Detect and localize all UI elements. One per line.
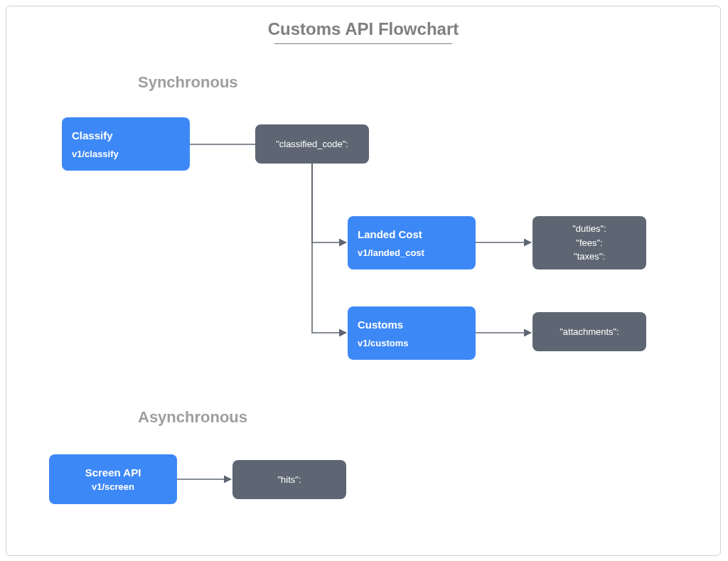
node-customs-output: "attachments": (532, 312, 646, 351)
node-landed-cost-title: Landed Cost (358, 228, 466, 240)
diagram-frame: Customs API Flowchart Synchronous Classi… (6, 6, 721, 556)
landed-cost-out-l1: "duties": (572, 222, 606, 236)
node-screen-output: "hits": (232, 460, 346, 499)
node-landed-cost-endpoint: v1/landed_cost (358, 247, 466, 258)
node-customs-title: Customs (358, 319, 466, 331)
diagram-title: Customs API Flowchart (6, 19, 720, 39)
node-screen-title: Screen API (85, 466, 141, 479)
node-classify-endpoint: v1/classify (72, 149, 180, 159)
connector-code-to-customs (312, 164, 346, 333)
node-classify: Classify v1/classify (62, 117, 190, 171)
node-customs-output-text: "attachments": (560, 325, 619, 339)
node-customs-endpoint: v1/customs (358, 338, 466, 348)
node-screen-output-text: "hits": (277, 473, 301, 487)
title-underline (274, 43, 452, 44)
connector-code-to-landed-cost (312, 164, 346, 242)
node-landed-cost: Landed Cost v1/landed_cost (348, 216, 476, 269)
node-customs: Customs v1/customs (348, 306, 476, 360)
node-screen-endpoint: v1/screen (92, 481, 134, 492)
node-classified-code-text: "classified_code": (276, 137, 348, 151)
section-label-asynchronous: Asynchronous (138, 408, 247, 427)
node-landed-cost-output: "duties": "fees": "taxes": (532, 216, 646, 269)
node-screen-api: Screen API v1/screen (49, 454, 177, 504)
node-classify-title: Classify (72, 129, 180, 141)
landed-cost-out-l2: "fees": (576, 236, 602, 250)
landed-cost-out-l3: "taxes": (574, 250, 605, 264)
node-classified-code: "classified_code": (255, 124, 369, 164)
section-label-synchronous: Synchronous (138, 73, 238, 92)
